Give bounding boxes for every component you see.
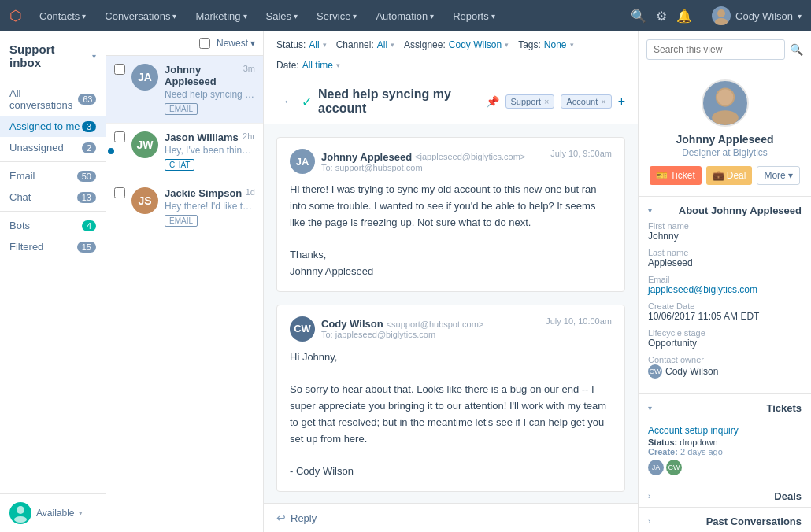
sidebar-item-unassigned[interactable]: Unassigned 2 [0,137,106,158]
sidebar-unassigned-badge: 2 [82,142,96,153]
conversation-item-johnny[interactable]: JA Johnny Appleseed 3m Need help syncing… [106,56,263,124]
tags-filter-chevron: ▾ [570,41,574,49]
add-tag-button[interactable]: + [618,94,625,109]
reply-label: Reply [291,512,317,524]
nav-service[interactable]: Service ▾ [309,0,365,31]
nav-right: 🔍 ⚙ 🔔 Cody Wilson ▾ [631,6,802,25]
filter-channel[interactable]: Channel: All ▾ [336,39,394,50]
sidebar-filtered-badge: 15 [77,242,96,253]
sidebar-bots-badge: 4 [82,220,96,231]
contact-fields: First name Johnny Last name Appleseed Em… [639,221,811,393]
tag-account-close-icon[interactable]: × [601,97,605,106]
channel-filter-value: All [377,39,387,50]
msg-1-to: To: support@hubspot.com [321,163,525,172]
tag-support-close-icon[interactable]: × [544,97,549,106]
field-email: Email jappleseed@biglytics.com [648,275,802,295]
sidebar-dropdown-icon[interactable]: ▾ [92,52,96,61]
nav-contacts[interactable]: Contacts ▾ [31,0,94,31]
ticket-name[interactable]: Account setup inquiry [648,425,802,436]
sidebar-item-chat[interactable]: Chat 13 [0,187,106,208]
tickets-section-header[interactable]: ▾ Tickets [639,394,811,419]
firstname-label: First name [648,221,802,231]
sort-button[interactable]: Newest ▾ [217,38,255,49]
tags-filter-value: None [544,39,567,50]
conversation-item-jason[interactable]: JW Jason Williams 2hr Hey, I've been thi… [106,124,263,179]
search-icon[interactable]: 🔍 [631,9,646,24]
conv-name-jason: Jason Williams [165,131,239,143]
date-filter-chevron: ▾ [336,61,340,69]
email-value[interactable]: jappleseed@biglytics.com [648,284,802,295]
channel-filter-label: Channel: [336,39,374,50]
deal-icon: 💼 [713,170,724,181]
sidebar-item-email[interactable]: Email 50 [0,165,106,187]
hubspot-logo[interactable]: ⬡ [9,7,22,24]
nav-conversations[interactable]: Conversations ▾ [97,0,184,31]
sidebar-bots-label: Bots [9,220,30,231]
sidebar-divider [0,161,106,162]
conv-name-johnny: Johnny Appleseed [165,64,240,87]
conv-messages: JA Johnny Appleseed <jappleseed@biglytic… [264,124,638,503]
sidebar-status[interactable]: Available ▾ [0,493,106,532]
owner-avatar: CW [648,364,662,379]
sidebar-item-assigned[interactable]: Assigned to me 3 [0,116,106,137]
msg-1-sender: JA Johnny Appleseed <jappleseed@biglytic… [290,149,525,174]
nav-marketing[interactable]: Marketing ▾ [187,0,254,31]
notifications-icon[interactable]: 🔔 [676,9,692,24]
past-conv-chevron-icon: › [648,517,650,526]
nav-reports[interactable]: Reports ▾ [445,0,503,31]
reply-button[interactable]: Reply [291,512,317,524]
assignee-filter-value: Cody Wilson [449,39,502,50]
conv-body-jackie: Jackie Simpson 1d Hey there! I'd like to… [165,187,255,227]
conversation-item-jackie[interactable]: JS Jackie Simpson 1d Hey there! I'd like… [106,179,263,235]
user-avatar [712,6,731,25]
createdate-value: 10/06/2017 11:05 AM EDT [648,311,802,322]
sidebar-item-bots[interactable]: Bots 4 [0,215,106,236]
user-menu[interactable]: Cody Wilson ▾ [712,6,802,25]
filter-status[interactable]: Status: All ▾ [276,39,327,50]
contact-title: Designer at Biglytics [648,147,802,158]
msg-2-sender: CW Cody Wilson <support@hubspot.com> To:… [290,316,483,342]
conv-checkbox-2[interactable] [114,131,125,142]
conv-name-jackie: Jackie Simpson [165,187,242,199]
conv-tag-johnny: EMAIL [165,103,198,115]
sidebar-item-filtered[interactable]: Filtered 15 [0,236,106,257]
more-action-button[interactable]: More ▾ [757,166,799,185]
back-icon[interactable]: ← [283,94,295,109]
sidebar-item-all-conversations[interactable]: All conversations 63 [0,83,106,116]
message-1: JA Johnny Appleseed <jappleseed@biglytic… [276,137,625,292]
past-conv-section-header[interactable]: › Past Conversations [639,508,811,532]
conversations-chevron-icon: ▾ [172,12,176,20]
tag-account-label: Account [566,97,598,106]
sidebar-title: Support inbox [9,42,87,69]
deal-action-button[interactable]: 💼 Deal [706,166,753,185]
past-conv-section-title: Past Conversations [706,515,802,527]
check-icon[interactable]: ✓ [302,94,312,109]
search-input[interactable] [646,39,785,60]
select-all-checkbox[interactable] [199,38,210,49]
contacts-chevron-icon: ▾ [82,12,86,20]
msg-2-sender-info: Cody Wilson <support@hubspot.com> To: ja… [321,318,483,339]
sidebar-unassigned-label: Unassigned [9,142,64,153]
ticket-avatars: JA CW [648,460,802,475]
assignee-filter-chevron: ▾ [505,41,509,49]
ticket-action-button[interactable]: 🎫 Ticket [650,166,702,185]
nav-sales[interactable]: Sales ▾ [258,0,306,31]
tag-account[interactable]: Account × [561,94,611,109]
filter-date[interactable]: Date: All time ▾ [276,60,340,71]
contact-profile: Johnny Appleseed Designer at Biglytics 🎫… [639,68,811,197]
lastname-label: Last name [648,248,802,257]
conv-header-actions-left: ← ✓ [283,94,312,109]
tag-support-label: Support [511,97,542,106]
right-sidebar: 🔍 Johnny Appleseed Designer at Biglytics… [638,31,811,532]
deals-section-header[interactable]: › Deals [639,482,811,507]
conv-checkbox-1[interactable] [114,64,125,75]
conv-checkbox-3[interactable] [114,187,125,198]
filter-assignee[interactable]: Assignee: Cody Wilson ▾ [404,39,509,50]
conv-preview-johnny: Need help syncing my account [165,89,255,100]
filter-tags[interactable]: Tags: None ▾ [518,39,573,50]
nav-automation[interactable]: Automation ▾ [368,0,442,31]
settings-icon[interactable]: ⚙ [656,9,667,24]
search-icon-right[interactable]: 🔍 [790,43,803,56]
tag-support[interactable]: Support × [505,94,555,109]
about-section-header[interactable]: ▾ About Johnny Appleseed [639,197,811,221]
